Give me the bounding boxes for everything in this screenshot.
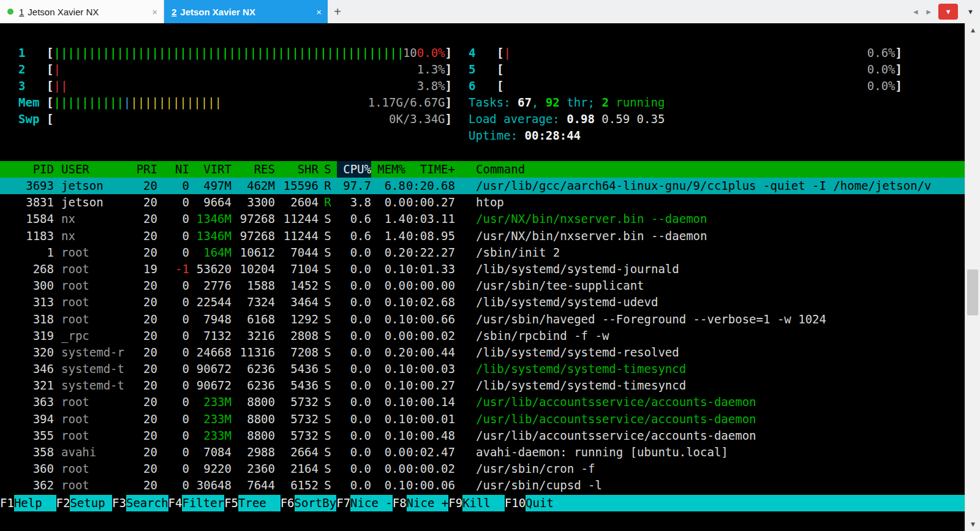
nav-previous-icon[interactable]: ◂ [909,0,922,23]
cell-pid: 1183 [0,228,54,244]
process-row[interactable]: 321systemd-t2009067262365436S0.00.10:00.… [0,377,965,394]
process-table-body: 3693jetson200497M462M15596R97.76.80:20.6… [0,178,965,494]
process-row[interactable]: 320systemd-r20024668113167208S0.00.20:00… [0,344,965,361]
cell-state: S [318,261,337,277]
cell-res: 3300 [232,194,275,211]
fnbutton-tree[interactable]: Tree [238,495,281,511]
column-header-command[interactable]: Command [455,161,965,178]
column-header-mem[interactable]: MEM% [371,161,405,178]
fnkey-f2: F2 [56,495,70,511]
scrollbar[interactable]: ▲ ▼ [965,23,980,531]
tab-close-icon[interactable]: × [141,7,157,17]
fnbutton-help[interactable]: Help [14,495,56,511]
cell-pri: 20 [135,377,157,394]
cell-time: 0:00.06 [405,477,455,494]
process-row[interactable]: 1183nx2001346M9726811244S0.61.40:08.95/u… [0,228,965,244]
fnbutton-quit[interactable]: Quit [526,495,554,511]
cell-pid: 355 [0,427,54,444]
cell-state: S [318,411,337,427]
fnkey-f5: F5 [224,495,238,511]
column-header-pid[interactable]: PID [0,161,54,178]
cell-shr: 3464 [275,294,318,311]
cell-time: 0:00.27 [405,377,455,394]
column-header-user[interactable]: USER [54,161,135,178]
fnbutton-filter[interactable]: Filter [182,495,224,511]
process-row[interactable]: 355root200233M88005732S0.00.10:00.48/usr… [0,427,965,444]
cell-cpu: 0.0 [337,311,371,328]
tab-session-2[interactable]: 2Jetson Xavier NX × [164,0,328,23]
process-row[interactable]: 346systemd-t2009067262365436S0.00.10:00.… [0,361,965,377]
cell-res: 3216 [232,328,275,344]
column-header-pri[interactable]: PRI [135,161,157,178]
cell-cpu: 0.6 [337,211,371,227]
cell-user: root [54,411,135,427]
cell-ni: 0 [157,344,189,361]
meter-3: 3[||3.8%] [18,78,452,94]
cell-time: 0:08.95 [405,228,455,244]
column-header-res[interactable]: RES [232,161,275,178]
cell-mem: 0.1 [371,477,405,494]
cell-ni: 0 [157,178,189,194]
cell-virt: 1346M [189,211,232,227]
process-row[interactable]: 363root200233M88005732S0.00.10:00.14/usr… [0,394,965,410]
cell-res: 2360 [232,461,275,477]
cell-cpu: 0.0 [337,328,371,344]
column-header-shr[interactable]: SHR [275,161,318,178]
cell-pri: 20 [135,427,157,444]
cell-command: /lib/systemd/systemd-resolved [455,344,965,361]
scroll-up-icon[interactable]: ▲ [965,23,980,37]
cell-virt: 24668 [189,344,232,361]
process-row[interactable]: 3831jetson200966433002604R3.80.00:00.27h… [0,194,965,211]
process-row[interactable]: 319_rpc200713232162808S0.00.00:00.02/sbi… [0,328,965,344]
tab-session-1[interactable]: 1Jetson Xavier NX × [0,0,164,23]
process-row[interactable]: 318root200794861681292S0.00.10:00.66/usr… [0,311,965,328]
process-row[interactable]: 1root200164M106127044S0.00.20:22.27/sbin… [0,244,965,261]
cell-ni: 0 [157,194,189,211]
new-tab-button[interactable]: + [328,0,347,23]
column-header-ni[interactable]: NI [157,161,189,178]
cell-pri: 20 [135,361,157,377]
fnbar-fill [554,495,965,511]
cell-mem: 0.1 [371,261,405,277]
cell-pid: 318 [0,311,54,328]
nav-next-icon[interactable]: ▸ [922,0,936,23]
column-header-virt[interactable]: VIRT [189,161,232,178]
tab-close-icon[interactable]: × [305,7,322,17]
fnbutton-search[interactable]: Search [126,495,168,511]
cell-shr: 2164 [275,461,318,477]
tabbar-spacer [347,0,909,23]
sessions-menu-button[interactable]: ▼ [938,4,958,20]
fnbutton-kill[interactable]: Kill [462,495,505,511]
cell-user: _rpc [54,328,135,344]
cell-state: S [318,427,337,444]
column-header-time[interactable]: TIME+ [405,161,455,178]
column-header-s[interactable]: S [318,161,337,178]
cell-pid: 3693 [0,178,54,194]
process-row[interactable]: 3693jetson200497M462M15596R97.76.80:20.6… [0,178,965,194]
process-row[interactable]: 1584nx2001346M9726811244S0.61.40:03.11/u… [0,211,965,227]
process-row[interactable]: 358avahi200708429882664S0.00.00:02.47ava… [0,444,965,461]
meter-label: 5 [469,61,497,78]
cell-ni: 0 [157,277,189,294]
process-row[interactable]: 300root200277615881452S0.00.00:00.00/usr… [0,277,965,294]
cell-time: 0:22.27 [405,244,455,261]
fnbutton-nice--[interactable]: Nice - [350,495,393,511]
process-row[interactable]: 313root2002254473243464S0.00.10:02.68/li… [0,294,965,311]
process-row[interactable]: 268root19-153620102047104S0.00.10:01.33/… [0,261,965,277]
fnbutton-sortby[interactable]: SortBy [295,495,337,511]
terminal-screen[interactable]: 1[||||||||||||||||||||||||||||||||||||||… [0,23,965,531]
fnbutton-setup[interactable]: Setup [70,495,112,511]
cell-cpu: 0.0 [337,444,371,461]
corner-dropdown-icon[interactable]: ▼ [961,0,980,23]
fnbutton-nice-+[interactable]: Nice + [407,495,449,511]
scrollbar-thumb[interactable] [967,269,978,315]
cell-cpu: 0.0 [337,244,371,261]
uptime: Uptime: 00:28:44 [469,127,581,144]
cell-mem: 1.4 [371,228,405,244]
column-header-cpu[interactable]: CPU% [337,161,371,178]
process-row[interactable]: 394root200233M88005732S0.00.10:00.01/usr… [0,411,965,427]
cell-user: root [54,461,135,477]
scroll-down-icon[interactable]: ▼ [965,518,980,531]
process-row[interactable]: 360root200922023602164S0.00.00:00.02/usr… [0,461,965,477]
process-row[interactable]: 362root2003064876446152S0.00.10:00.06/us… [0,477,965,494]
